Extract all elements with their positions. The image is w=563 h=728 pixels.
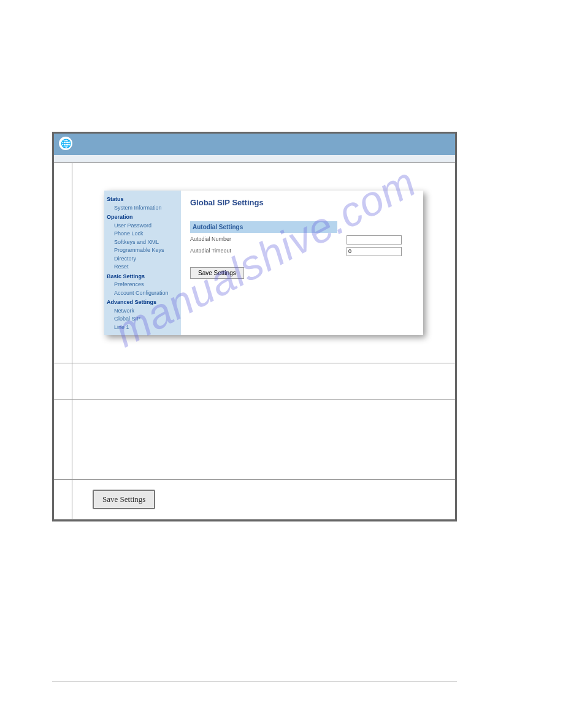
sidebar-item-softkeys-xml[interactable]: Softkeys and XML xyxy=(107,238,178,247)
sidebar-item-reset[interactable]: Reset xyxy=(107,263,178,271)
step-content: Save Settings xyxy=(72,480,455,519)
field-label: Autodial Number xyxy=(190,235,347,244)
sidebar-item-user-password[interactable]: User Password xyxy=(107,222,178,230)
sidebar-item-account-config[interactable]: Account Configuration xyxy=(107,289,178,298)
table-row: Save Settings xyxy=(54,479,455,520)
page-footer xyxy=(52,681,457,685)
sidebar-section-operation: Operation xyxy=(107,213,178,222)
field-label: Autodial Timeout xyxy=(190,247,347,256)
step-number xyxy=(54,163,72,363)
sub-bar xyxy=(54,155,455,162)
sidebar-item-line1[interactable]: Line 1 xyxy=(107,324,178,332)
sidebar-section-basic: Basic Settings xyxy=(107,273,178,281)
page-container: Status System Information Operation User… xyxy=(52,132,457,521)
save-settings-button[interactable]: Save Settings xyxy=(93,490,155,509)
globe-icon xyxy=(59,137,72,150)
autodial-timeout-input[interactable] xyxy=(347,247,402,256)
settings-screenshot: Status System Information Operation User… xyxy=(104,191,423,335)
sidebar: Status System Information Operation User… xyxy=(104,191,181,335)
main-panel: Global SIP Settings Autodial Settings Au… xyxy=(181,191,423,335)
step-number xyxy=(54,400,72,479)
content-area: Status System Information Operation User… xyxy=(54,162,455,520)
sidebar-item-global-sip[interactable]: Global SIP xyxy=(107,315,178,324)
sidebar-item-directory[interactable]: Directory xyxy=(107,255,178,264)
sidebar-section-status: Status xyxy=(107,195,178,204)
save-settings-button-inner[interactable]: Save Settings xyxy=(190,267,244,279)
sidebar-item-network[interactable]: Network xyxy=(107,307,178,316)
step-number xyxy=(54,480,72,519)
step-content xyxy=(72,400,455,479)
field-row-autodial-number: Autodial Number xyxy=(190,235,402,245)
panel-title: Global SIP Settings xyxy=(190,197,414,209)
autodial-number-input[interactable] xyxy=(347,235,402,245)
sidebar-section-advanced: Advanced Settings xyxy=(107,298,178,307)
step-content xyxy=(72,363,455,399)
sidebar-item-programmable-keys[interactable]: Programmable Keys xyxy=(107,246,178,255)
step-number xyxy=(54,363,72,399)
section-header-autodial: Autodial Settings xyxy=(190,221,337,233)
header-bar xyxy=(54,134,455,155)
sidebar-item-system-information[interactable]: System Information xyxy=(107,204,178,213)
sidebar-item-phone-lock[interactable]: Phone Lock xyxy=(107,230,178,238)
field-row-autodial-timeout: Autodial Timeout xyxy=(190,247,402,256)
step-content: Status System Information Operation User… xyxy=(72,163,455,363)
table-row xyxy=(54,363,455,399)
sidebar-item-preferences[interactable]: Preferences xyxy=(107,281,178,289)
table-row: Status System Information Operation User… xyxy=(54,162,455,363)
table-row xyxy=(54,399,455,479)
